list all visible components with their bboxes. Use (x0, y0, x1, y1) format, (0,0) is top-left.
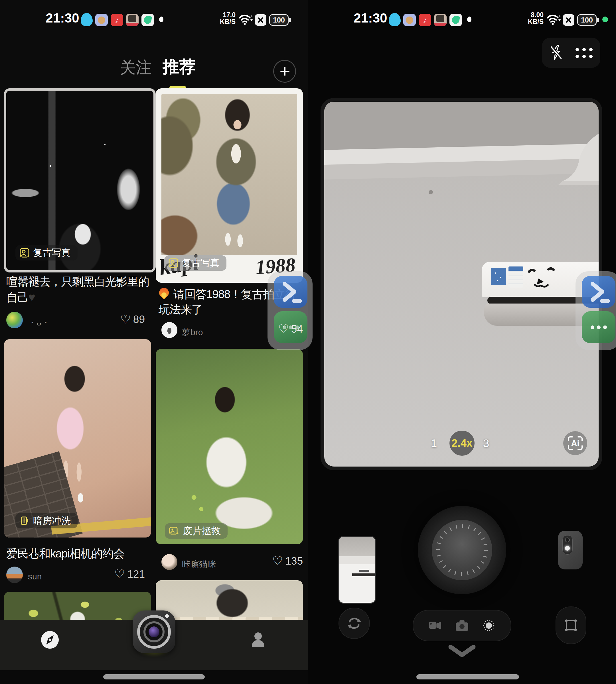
frame-ratio-button[interactable] (555, 607, 586, 644)
photo-rescue-icon (169, 526, 180, 536)
heart-icon: ♡ (272, 555, 283, 567)
caption-text: 喧嚣褪去，只剩黑白光影里的自己 (6, 275, 149, 303)
feed-app-screen: 21:30 ♪ 17.0 KB/S 100 关注 推荐 复古写真 喧嚣 (0, 0, 308, 684)
add-post-button[interactable] (273, 60, 296, 83)
like-count[interactable]: ♡ 54 (253, 323, 303, 335)
lens-top (565, 538, 570, 542)
flip-camera-icon (346, 615, 363, 632)
clock-left: 21:30 (46, 10, 79, 26)
heart-icon: ♡ (120, 314, 131, 325)
dial-tick-marks (432, 520, 492, 580)
shutter-dial[interactable] (418, 506, 506, 594)
avatar[interactable] (161, 322, 177, 338)
flip-camera-button[interactable] (338, 608, 370, 639)
chevron-right-icon (274, 276, 307, 308)
music-notification-icon: ♪ (419, 14, 431, 26)
portrait-mode-icon[interactable] (481, 619, 496, 632)
notification-dot (467, 17, 471, 22)
qq-notification-icon (81, 13, 93, 26)
username[interactable]: 咔嚓猫咪 (182, 558, 216, 570)
split-screen-arrow-button[interactable] (274, 276, 307, 308)
lens-bottom-bright (565, 546, 570, 551)
wifi-icon (546, 13, 561, 26)
app-notification-icon (95, 14, 108, 26)
film-canister-icon (19, 516, 30, 526)
zoom-option-active[interactable]: 2.4x (449, 431, 475, 456)
collapse-chevron-icon[interactable] (448, 643, 476, 660)
capture-mode-selector (413, 610, 511, 641)
frame-ratio-icon (564, 618, 578, 633)
like-count[interactable]: ♡ 89 (94, 314, 145, 325)
leaf-notification-icon (449, 14, 462, 26)
lens-core (149, 626, 159, 637)
more-options-grid-icon[interactable] (574, 46, 594, 60)
plus-icon (284, 67, 285, 76)
network-speed-left: 17.0 KB/S (215, 12, 236, 25)
tab-recommend[interactable]: 推荐 (162, 56, 196, 78)
battery-level: 100 (581, 16, 593, 24)
clock-right: 21:30 (354, 10, 387, 26)
post-caption: 爱民巷和kapi相机的约会 (6, 546, 150, 561)
rear-camera-switch[interactable] (558, 531, 582, 569)
tag-photo-rescue[interactable]: 废片拯救 (165, 523, 227, 539)
like-count[interactable]: ♡ 135 (253, 555, 303, 567)
sim-off-icon (563, 14, 574, 26)
home-indicator[interactable] (416, 674, 519, 680)
battery-indicator: 100 (269, 14, 289, 26)
heart-icon: ♡ (278, 323, 289, 335)
camera-module (563, 535, 573, 555)
portrait-ai-icon (168, 258, 178, 268)
avatar[interactable] (6, 312, 23, 328)
battery-nub (597, 18, 599, 22)
net-speed-value: 8.00 (523, 12, 544, 18)
split-screen-menu-button[interactable] (582, 311, 615, 343)
zoom-option-3x[interactable]: 3 (483, 437, 489, 450)
ai-mode-button[interactable]: Ai (563, 431, 587, 455)
tag-label: 复古写真 (182, 257, 220, 270)
polaroid-photo (161, 94, 297, 255)
battery-level: 100 (273, 16, 285, 24)
home-indicator[interactable] (103, 674, 205, 680)
chevron-right-icon (582, 276, 615, 308)
wall-dot (428, 190, 433, 195)
portrait-ai-icon (19, 248, 30, 258)
battery-nub (289, 18, 291, 22)
battery-indicator: 100 (577, 14, 597, 26)
ellipsis-icon (582, 311, 615, 343)
molding-corbel (324, 102, 599, 216)
likes-value: 135 (285, 555, 303, 567)
tag-label: 暗房冲洗 (33, 515, 71, 527)
camera-capture-tab[interactable] (133, 611, 175, 653)
zoom-option-1x[interactable]: 1 (431, 437, 437, 450)
flash-off-icon[interactable] (549, 43, 563, 62)
avatar[interactable] (161, 554, 177, 570)
split-screen-arrow-button[interactable] (582, 276, 615, 308)
username[interactable]: sun (28, 572, 42, 582)
post-card-polaroid[interactable]: kapi 1988 (156, 88, 303, 283)
tab-follow[interactable]: 关注 (120, 57, 152, 79)
ac-bear-face-doodle (521, 265, 564, 291)
tag-retro-portrait[interactable]: 复古写真 (164, 255, 226, 271)
post-card-grass-photo[interactable] (156, 349, 303, 544)
discover-compass-icon[interactable] (41, 631, 59, 649)
username[interactable]: 萝bro (182, 327, 203, 338)
recording-green-dot (602, 17, 608, 22)
notification-dot (159, 17, 163, 22)
video-mode-icon[interactable] (428, 619, 443, 632)
username[interactable]: ・ᴗ・ (28, 317, 50, 328)
wifi-icon (238, 13, 253, 26)
avatar[interactable] (6, 567, 23, 583)
like-count[interactable]: ♡ 121 (94, 568, 145, 580)
fire-icon (158, 287, 169, 300)
post-card-pink-photo[interactable] (4, 339, 151, 538)
post-caption: 喧嚣褪去，只剩黑白光影里的自己♥ (6, 274, 150, 305)
network-speed-right: 8.00 KB/S (523, 12, 544, 25)
sim-off-icon (255, 14, 266, 26)
viewfinder-preview[interactable]: 1 2.4x 3 Ai (324, 102, 599, 466)
photo-mode-icon[interactable] (455, 619, 469, 632)
gallery-thumbnail[interactable] (338, 536, 376, 603)
tag-darkroom[interactable]: 暗房冲洗 (16, 513, 78, 528)
likes-value: 89 (133, 314, 145, 325)
profile-person-icon[interactable] (249, 631, 267, 649)
tag-retro-portrait[interactable]: 复古写真 (16, 245, 78, 260)
